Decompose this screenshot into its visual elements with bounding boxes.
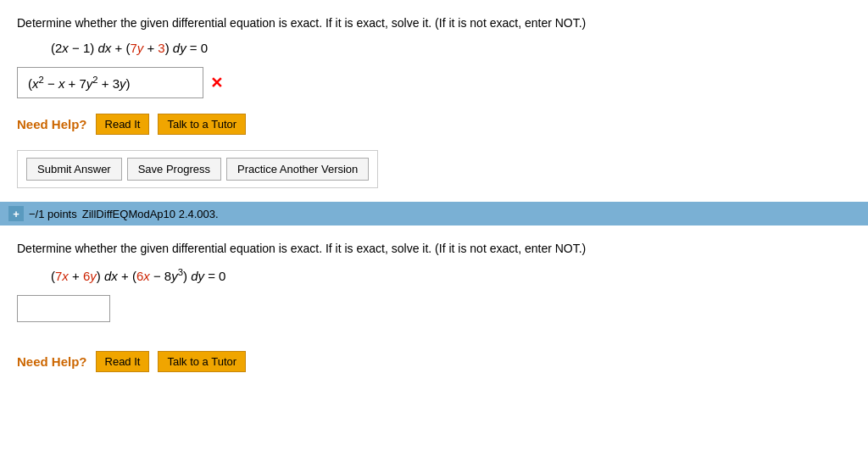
equation-2: (7x + 6y) dx + (6x − 8y3) dy = 0 xyxy=(51,267,851,283)
practice-another-button[interactable]: Practice Another Version xyxy=(226,158,369,181)
answer-row-2 xyxy=(17,295,851,336)
talk-to-tutor-button-2[interactable]: Talk to a Tutor xyxy=(158,351,246,372)
points-display: −/1 points xyxy=(29,208,77,220)
problem-description-1: Determine whether the given differential… xyxy=(17,16,586,30)
need-help-label-1: Need Help? xyxy=(17,117,87,131)
talk-to-tutor-button-1[interactable]: Talk to a Tutor xyxy=(158,114,246,135)
problem-text-2: Determine whether the given differential… xyxy=(17,239,851,258)
submit-answer-button[interactable]: Submit Answer xyxy=(26,158,122,181)
equation-1: (2x − 1) dx + (7y + 3) dy = 0 xyxy=(51,41,851,55)
section-2: Determine whether the given differential… xyxy=(0,226,868,400)
wrong-icon-1: ✕ xyxy=(210,74,223,92)
save-progress-button[interactable]: Save Progress xyxy=(127,158,221,181)
action-buttons-row-1: Submit Answer Save Progress Practice Ano… xyxy=(17,150,851,188)
read-it-button-1[interactable]: Read It xyxy=(96,114,150,135)
answer-row-1: (x2 − x + 7y2 + 3y) ✕ xyxy=(17,67,851,98)
answer-display-1: (x2 − x + 7y2 + 3y) xyxy=(17,67,203,98)
read-it-button-2[interactable]: Read It xyxy=(96,351,150,372)
need-help-row-2: Need Help? Read It Talk to a Tutor xyxy=(17,351,851,372)
divider-bar: + −/1 points ZillDiffEQModAp10 2.4.003. xyxy=(0,202,868,226)
section-1: Determine whether the given differential… xyxy=(0,0,868,202)
need-help-label-2: Need Help? xyxy=(17,354,87,369)
problem-id-display: ZillDiffEQModAp10 2.4.003. xyxy=(82,208,219,220)
answer-input-2[interactable] xyxy=(17,295,110,322)
problem-text-1: Determine whether the given differential… xyxy=(17,14,851,32)
expand-button[interactable]: + xyxy=(8,206,24,221)
need-help-row-1: Need Help? Read It Talk to a Tutor xyxy=(17,114,851,135)
problem-description-2: Determine whether the given differential… xyxy=(17,242,586,255)
